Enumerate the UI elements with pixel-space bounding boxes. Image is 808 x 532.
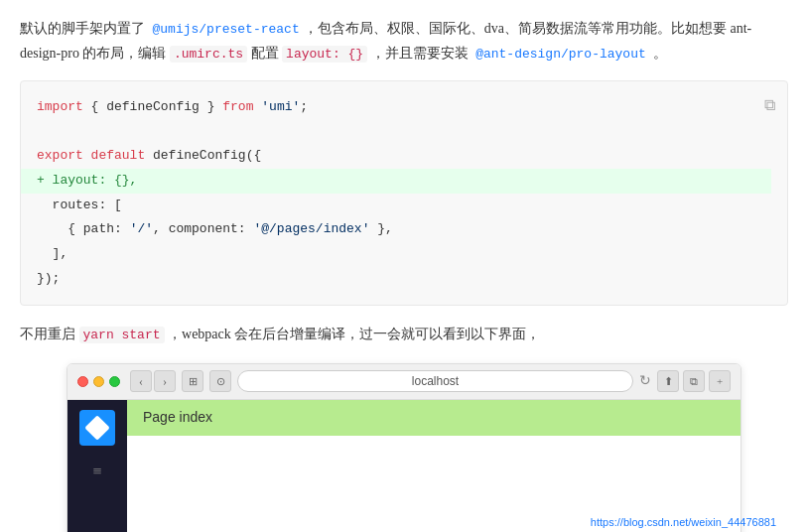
code-line-2	[37, 119, 771, 144]
code-line-3: export default defineConfig({	[37, 144, 771, 169]
sidebar-menu-icon[interactable]: ≡	[92, 458, 101, 484]
browser-mockup: ‹ › ⊞ ⊙ localhost ↻ ⬆ ⧉ + ≡	[67, 363, 741, 532]
desc-paragraph: 不用重启 yarn start ，webpack 会在后台增量编译，过一会就可以…	[20, 322, 788, 346]
browser-nav: ‹ ›	[130, 370, 176, 392]
inline-code-pro-layout: @ant-design/pro-layout	[471, 46, 650, 63]
browser-toolbar: ‹ › ⊞ ⊙ localhost ↻ ⬆ ⧉ +	[67, 364, 741, 400]
inline-code-umirc: .umirc.ts	[170, 46, 247, 63]
intro-paragraph: 默认的脚手架内置了 @umijs/preset-react，包含布局、权限、国际…	[20, 16, 788, 66]
nav-back-button[interactable]: ‹	[130, 370, 152, 392]
page-title: Page index	[143, 406, 212, 430]
code-line-7: ],	[37, 242, 771, 267]
app-logo	[79, 410, 115, 446]
browser-dots	[77, 376, 120, 387]
browser-share-button[interactable]: ⬆	[657, 370, 679, 392]
app-sidebar: ≡	[67, 400, 127, 532]
browser-add-tab-button[interactable]: +	[709, 370, 731, 392]
browser-wrapper: ‹ › ⊞ ⊙ localhost ↻ ⬆ ⧉ + ≡	[20, 363, 788, 532]
dot-maximize[interactable]	[109, 376, 120, 387]
code-line-5: routes: [	[37, 194, 771, 218]
code-block: ⧉ import { defineConfig } from 'umi'; ex…	[20, 80, 788, 307]
browser-duplicate-button[interactable]: ⧉	[683, 370, 705, 392]
inline-code-umijs: @umijs/preset-react	[149, 21, 304, 38]
browser-address-bar[interactable]: localhost	[237, 370, 633, 392]
logo-diamond	[84, 415, 109, 440]
watermark: https://blog.csdn.net/weixin_44476881	[591, 513, 776, 532]
browser-refresh-button[interactable]: ↻	[639, 369, 651, 393]
address-text: localhost	[412, 371, 459, 391]
dot-close[interactable]	[77, 376, 88, 387]
inline-code-layout: layout: {}	[282, 46, 367, 63]
browser-actions: ⬆ ⧉ +	[657, 370, 731, 392]
code-line-8: });	[37, 267, 771, 292]
dot-minimize[interactable]	[93, 376, 104, 387]
code-line-6: { path: '/', component: '@/pages/index' …	[37, 217, 771, 242]
code-line-4-add: + layout: {},	[21, 169, 771, 194]
nav-history-button[interactable]: ⊙	[209, 370, 231, 392]
copy-icon[interactable]: ⧉	[764, 91, 775, 121]
page-header-bar: Page index	[127, 400, 741, 436]
code-line-1: import { defineConfig } from 'umi';	[37, 95, 771, 120]
nav-forward-button[interactable]: ›	[154, 370, 176, 392]
nav-view-button[interactable]: ⊞	[182, 370, 203, 392]
inline-code-yarn: yarn start	[79, 327, 165, 343]
